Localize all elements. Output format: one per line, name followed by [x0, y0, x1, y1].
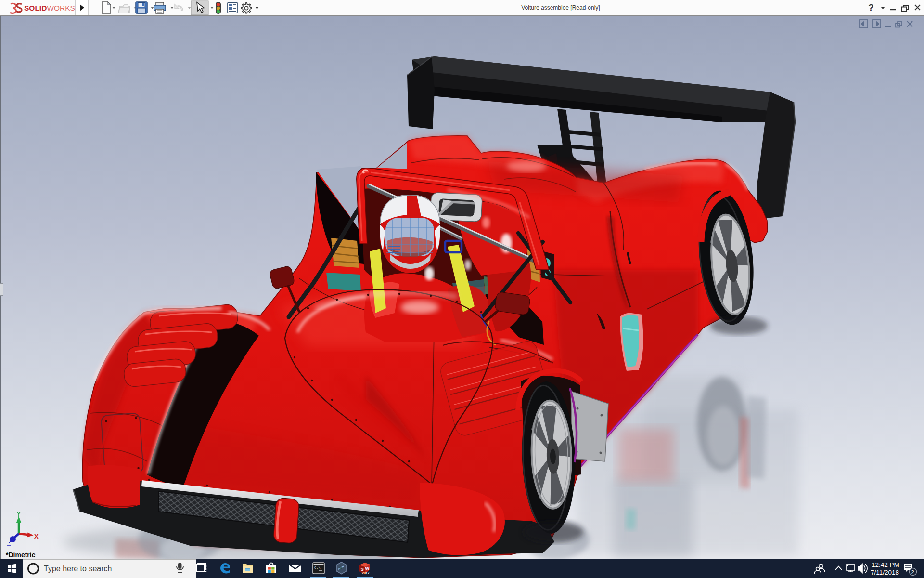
svg-text:2: 2	[911, 569, 914, 575]
svg-text:2017: 2017	[362, 571, 370, 575]
svg-text:W: W	[365, 565, 370, 571]
svg-text:7/11/2018: 7/11/2018	[871, 569, 899, 576]
svg-text:12:42 PM: 12:42 PM	[872, 561, 899, 568]
svg-text:C:\: C:\	[314, 566, 321, 570]
svg-text:SOLIDWORKS: SOLIDWORKS	[24, 4, 75, 12]
svg-text:?: ?	[868, 2, 874, 13]
svg-text:X: X	[34, 533, 38, 540]
